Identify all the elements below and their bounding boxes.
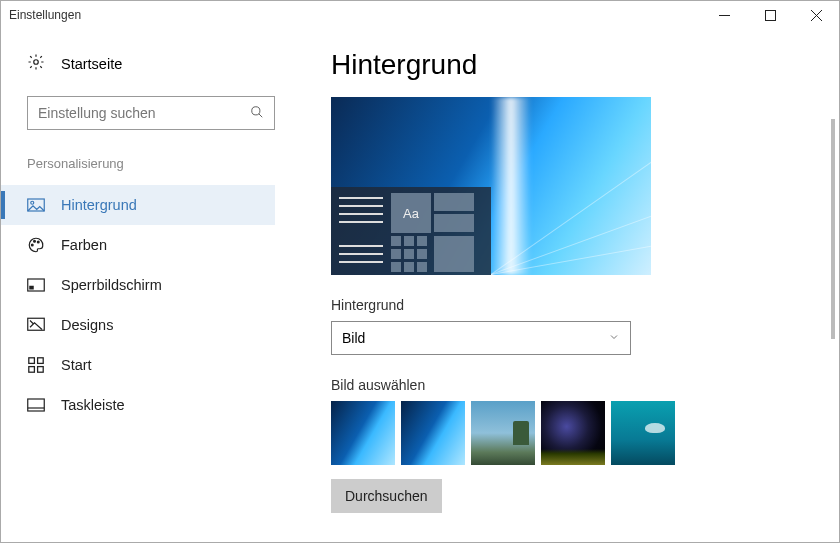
svg-rect-18 <box>38 367 44 373</box>
sidebar-item-farben[interactable]: Farben <box>1 225 275 265</box>
thumbnail-2[interactable] <box>401 401 465 465</box>
thumbnail-1[interactable] <box>331 401 395 465</box>
svg-point-10 <box>34 240 36 242</box>
window-title: Einstellungen <box>9 8 701 22</box>
chevron-down-icon <box>608 330 620 346</box>
maximize-button[interactable] <box>747 1 793 29</box>
scrollbar[interactable] <box>831 119 835 339</box>
background-label: Hintergrund <box>331 297 809 313</box>
dropdown-value: Bild <box>342 330 608 346</box>
page-title: Hintergrund <box>331 49 809 81</box>
sidebar-item-label: Sperrbildschirm <box>61 277 162 293</box>
sidebar-item-designs[interactable]: Designs <box>1 305 275 345</box>
background-type-dropdown[interactable]: Bild <box>331 321 631 355</box>
sidebar-item-label: Designs <box>61 317 113 333</box>
settings-window: Einstellungen Startseite Einstellung <box>0 0 840 543</box>
svg-rect-1 <box>765 10 775 20</box>
choose-image-label: Bild auswählen <box>331 377 809 393</box>
titlebar: Einstellungen <box>1 1 839 29</box>
image-icon <box>27 198 45 212</box>
home-link[interactable]: Startseite <box>27 53 275 74</box>
search-input[interactable]: Einstellung suchen <box>27 96 275 130</box>
image-thumbnails <box>331 401 809 465</box>
svg-rect-19 <box>28 399 45 411</box>
svg-point-4 <box>34 60 39 65</box>
sidebar-item-label: Farben <box>61 237 107 253</box>
palette-icon <box>27 236 45 254</box>
window-body: Startseite Einstellung suchen Personalis… <box>1 29 839 542</box>
sidebar-item-hintergrund[interactable]: Hintergrund <box>1 185 275 225</box>
category-header: Personalisierung <box>27 156 275 171</box>
svg-rect-15 <box>29 358 35 364</box>
thumbnail-4[interactable] <box>541 401 605 465</box>
sidebar-item-label: Hintergrund <box>61 197 137 213</box>
browse-button-label: Durchsuchen <box>345 488 428 504</box>
sidebar-item-label: Taskleiste <box>61 397 125 413</box>
svg-point-5 <box>252 106 260 114</box>
start-icon <box>27 357 45 373</box>
taskbar-icon <box>27 398 45 412</box>
close-button[interactable] <box>793 1 839 29</box>
themes-icon <box>27 317 45 333</box>
window-controls <box>701 1 839 29</box>
sidebar-item-sperrbildschirm[interactable]: Sperrbildschirm <box>1 265 275 305</box>
main-content: Hintergrund Aa <box>301 29 839 542</box>
svg-point-8 <box>31 201 34 204</box>
sidebar-item-label: Start <box>61 357 92 373</box>
svg-rect-17 <box>29 367 35 373</box>
svg-rect-16 <box>38 358 44 364</box>
lockscreen-icon <box>27 278 45 292</box>
svg-point-9 <box>31 244 33 246</box>
svg-point-11 <box>37 241 39 243</box>
search-placeholder: Einstellung suchen <box>38 105 250 121</box>
minimize-button[interactable] <box>701 1 747 29</box>
sidebar: Startseite Einstellung suchen Personalis… <box>1 29 301 542</box>
browse-button[interactable]: Durchsuchen <box>331 479 442 513</box>
sidebar-item-taskleiste[interactable]: Taskleiste <box>1 385 275 425</box>
preview-sample-text: Aa <box>391 193 431 233</box>
thumbnail-5[interactable] <box>611 401 675 465</box>
sidebar-item-start[interactable]: Start <box>1 345 275 385</box>
search-icon <box>250 105 264 122</box>
sidebar-nav: Hintergrund Farben Sperrbildschirm <box>27 185 275 425</box>
thumbnail-3[interactable] <box>471 401 535 465</box>
svg-line-6 <box>259 113 263 117</box>
background-preview: Aa <box>331 97 651 275</box>
gear-icon <box>27 53 45 74</box>
preview-start-menu: Aa <box>331 187 491 275</box>
home-label: Startseite <box>61 56 122 72</box>
svg-rect-13 <box>29 286 34 290</box>
